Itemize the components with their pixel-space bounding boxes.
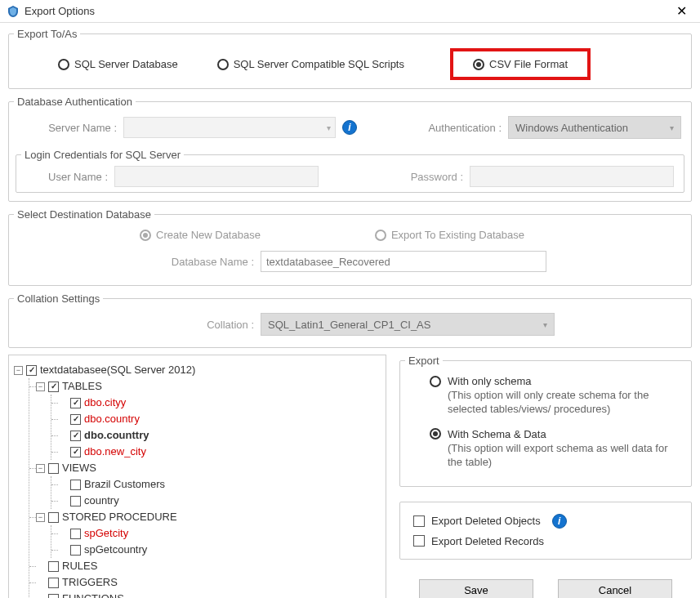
checkbox[interactable] (48, 561, 59, 572)
export-deleted-objects-label: Export Deleted Objects (431, 515, 541, 527)
checkbox[interactable] (48, 594, 59, 599)
legend-export-to-as: Export To/As (14, 28, 80, 40)
radio-schema-data-input[interactable] (430, 428, 441, 440)
tree-view-item[interactable]: Brazil Customers (58, 476, 381, 493)
checkbox[interactable] (70, 398, 81, 408)
checkbox-export-deleted-records[interactable] (413, 535, 425, 547)
tree-rules-label: RULES (62, 558, 97, 574)
collapse-icon[interactable]: − (14, 366, 23, 375)
tree-table-item[interactable]: dbo.cityy (58, 395, 381, 411)
info-icon[interactable]: i (552, 514, 567, 529)
tree-table-item[interactable]: dbo.country (58, 411, 381, 427)
legend-export: Export (405, 355, 443, 367)
radio-create-new-label: Create New Database (156, 229, 261, 241)
tree-sproc-item[interactable]: spGetcountry (58, 542, 381, 558)
fieldset-login-credentials: Login Credentials for SQL Server User Na… (16, 149, 684, 193)
authentication-dropdown[interactable]: Windows Authentication ▾ (508, 116, 681, 139)
checkbox[interactable] (70, 529, 81, 539)
tree-stored-procedure-node[interactable]: − STORED PROCEDURE (36, 509, 381, 525)
server-name-input[interactable] (123, 117, 336, 138)
radio-create-new-database[interactable]: Create New Database (140, 229, 261, 241)
checkbox[interactable] (48, 578, 59, 588)
close-button[interactable]: ✕ (669, 2, 693, 20)
radio-sql-scripts-label: SQL Server Compatible SQL Scripts (234, 58, 404, 70)
tree-item-label: spGetcountry (84, 542, 147, 558)
tree-stored-label: STORED PROCEDURE (62, 509, 177, 525)
export-deleted-records-label: Export Deleted Records (431, 535, 544, 547)
window-title: Export Options (25, 5, 95, 17)
server-name-label: Server Name : (19, 122, 117, 134)
checkbox[interactable] (70, 496, 81, 507)
tree-table-item[interactable]: dbo.counttry (58, 427, 381, 444)
object-tree[interactable]: − textdatabasee(SQL Server 2012) − TABLE… (8, 355, 386, 598)
radio-csv-label: CSV File Format (489, 58, 568, 70)
tree-item-label: Brazil Customers (84, 476, 165, 493)
checkbox[interactable] (48, 512, 59, 523)
checkbox-export-deleted-objects[interactable] (413, 515, 425, 527)
radio-csv-input[interactable] (473, 59, 484, 70)
checkbox[interactable] (70, 414, 81, 425)
radio-export-existing-input[interactable] (375, 230, 386, 241)
cancel-button[interactable]: Cancel (558, 579, 672, 598)
collapse-icon[interactable]: − (36, 464, 45, 473)
database-name-input[interactable] (261, 251, 546, 272)
radio-sql-db-input[interactable] (58, 59, 69, 70)
tree-functions-node[interactable]: FUNCTIONS (36, 591, 381, 598)
radio-sql-db-label: SQL Server Database (74, 58, 178, 70)
radio-schema-only-label: With only schema (448, 375, 532, 387)
titlebar: Export Options ✕ (0, 0, 700, 23)
radio-schema-only-input[interactable] (430, 376, 441, 387)
save-button[interactable]: Save (419, 579, 533, 598)
checkbox[interactable] (70, 431, 81, 441)
tree-views-node[interactable]: − VIEWS (36, 460, 381, 476)
user-name-input[interactable] (114, 166, 319, 187)
tree-sproc-item[interactable]: spGetcity (58, 525, 381, 542)
schema-only-description: (This option will only create schema for… (448, 389, 678, 417)
server-name-combobox[interactable]: ▾ (123, 117, 336, 138)
checkbox[interactable] (26, 365, 37, 376)
collation-dropdown[interactable]: SQL_Latin1_General_CP1_CI_AS ▾ (261, 313, 555, 336)
tree-item-label: dbo.country (84, 411, 140, 427)
password-input[interactable] (470, 166, 674, 187)
checkbox[interactable] (48, 463, 59, 474)
tree-root-label: textdatabasee(SQL Server 2012) (40, 362, 195, 378)
tree-tables-label: TABLES (62, 378, 102, 395)
radio-sql-server-scripts[interactable]: SQL Server Compatible SQL Scripts (217, 58, 404, 70)
tree-view-item[interactable]: country (58, 493, 381, 509)
checkbox[interactable] (48, 382, 59, 392)
fieldset-export: Export With only schema (This option wil… (399, 355, 692, 487)
radio-sql-scripts-input[interactable] (217, 59, 229, 70)
tree-root-node[interactable]: − textdatabasee(SQL Server 2012) (14, 362, 381, 378)
tree-tables-node[interactable]: − TABLES (36, 378, 381, 395)
radio-with-schema-and-data[interactable]: With Schema & Data (430, 428, 678, 440)
tree-table-item[interactable]: dbo.new_city (58, 444, 381, 460)
tree-item-label: dbo.counttry (84, 427, 149, 444)
info-icon[interactable]: i (342, 120, 357, 135)
tree-rules-node[interactable]: RULES (36, 558, 381, 574)
chevron-down-icon: ▾ (543, 320, 547, 329)
radio-with-only-schema[interactable]: With only schema (430, 375, 678, 387)
tree-item-label: country (84, 493, 119, 509)
close-icon: ✕ (676, 3, 687, 19)
radio-csv-file-format[interactable]: CSV File Format (450, 48, 591, 80)
radio-create-new-input[interactable] (140, 230, 151, 241)
collapse-icon[interactable]: − (36, 382, 45, 391)
radio-sql-server-database[interactable]: SQL Server Database (58, 58, 178, 70)
tree-functions-label: FUNCTIONS (62, 591, 124, 598)
legend-dest-db: Select Destination Database (14, 208, 154, 221)
user-name-label: User Name : (26, 171, 108, 183)
radio-export-existing-label: Export To Existing Database (391, 229, 524, 241)
checkbox[interactable] (70, 545, 81, 556)
fieldset-export-to-as: Export To/As SQL Server Database SQL Ser… (8, 28, 692, 89)
tree-item-label: dbo.new_city (84, 444, 146, 460)
checkbox[interactable] (70, 480, 81, 490)
fieldset-export-extras: Export Deleted Objects i Export Deleted … (399, 502, 692, 560)
database-name-label: Database Name : (140, 256, 254, 268)
radio-export-existing-database[interactable]: Export To Existing Database (375, 229, 524, 241)
collapse-icon[interactable]: − (36, 513, 45, 522)
tree-triggers-node[interactable]: TRIGGERS (36, 574, 381, 591)
checkbox[interactable] (70, 447, 81, 457)
authentication-value: Windows Authentication (515, 122, 628, 134)
legend-db-auth: Database Authentication (14, 96, 136, 108)
chevron-down-icon: ▾ (670, 123, 674, 132)
